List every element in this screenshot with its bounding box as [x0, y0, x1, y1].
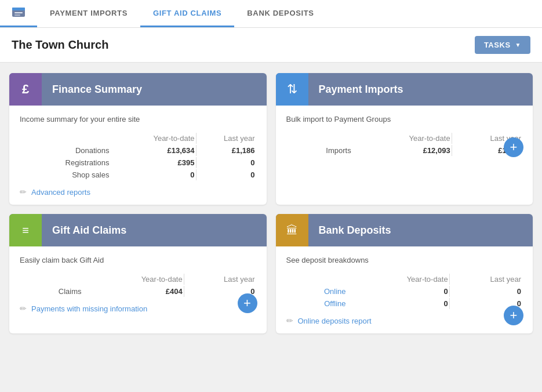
gift-aid-body: Easily claim back Gift Aid Year-to-date … [9, 246, 267, 321]
bank-deposits-title: Bank Deposits [308, 215, 533, 246]
app-logo-icon [10, 5, 27, 21]
payment-imports-body: Bulk import to Payment Groups Year-to-da… [276, 106, 533, 165]
svg-rect-2 [14, 12, 23, 13]
gift-col-ly-header: Last year [184, 274, 255, 285]
bank-col-ly-header: Last year [449, 274, 521, 285]
edit-icon: ✏ [20, 304, 27, 313]
table-row: Donations £13,634 £1,186 [21, 145, 255, 156]
bank-col-ytd-header: Year-to-date [354, 274, 448, 285]
payments-col-ytd-header: Year-to-date [359, 133, 450, 144]
payment-imports-header: ⇅ Payment Imports [276, 73, 533, 106]
svg-rect-3 [14, 14, 20, 16]
table-row: Offline 0 0 [288, 298, 522, 309]
nav-logo [0, 0, 37, 27]
finance-summary-desc: Income summary for your entire site [20, 115, 256, 124]
gift-col-ytd-header: Year-to-date [90, 274, 183, 285]
finance-icon: £ [9, 73, 42, 106]
finance-summary-title: Finance Summary [42, 74, 267, 105]
bank-deposits-card: 🏛 Bank Deposits See deposit breakdowns Y… [276, 214, 533, 333]
online-deposits-report-link[interactable]: ✏ Online deposits report [286, 316, 523, 325]
gift-aid-add-button[interactable]: + [238, 293, 257, 313]
table-row: Online 0 0 [288, 286, 522, 297]
missing-info-link[interactable]: ✏ Payments with missing information [20, 304, 256, 313]
payment-imports-title: Payment Imports [308, 74, 533, 105]
tasks-button[interactable]: TASKS ▼ [475, 36, 530, 54]
table-row: Registrations £395 0 [21, 157, 255, 168]
bank-deposits-desc: See deposit breakdowns [286, 256, 523, 264]
finance-summary-body: Income summary for your entire site Year… [9, 106, 267, 205]
edit-icon: ✏ [286, 316, 293, 325]
table-row: Shop sales 0 0 [21, 169, 255, 180]
org-title: The Town Church [12, 38, 108, 52]
finance-summary-header: £ Finance Summary [9, 73, 267, 106]
gift-aid-icon: ≡ [9, 214, 42, 246]
chevron-down-icon: ▼ [515, 42, 521, 48]
main-content: £ Finance Summary Income summary for you… [0, 63, 542, 344]
finance-col-ytd-header: Year-to-date [117, 133, 194, 144]
gift-aid-header: ≡ Gift Aid Claims [9, 214, 267, 246]
nav-tab-payment-imports[interactable]: PAYMENT IMPORTS [37, 0, 140, 27]
payment-imports-add-button[interactable]: + [504, 137, 523, 157]
top-nav: PAYMENT IMPORTS GIFT AID CLAIMS BANK DEP… [0, 0, 542, 28]
svg-rect-1 [12, 8, 25, 10]
edit-icon: ✏ [20, 187, 27, 197]
header-bar: The Town Church TASKS ▼ [0, 28, 542, 63]
finance-col-ly-header: Last year [196, 133, 255, 144]
bank-deposits-body: See deposit breakdowns Year-to-date Last… [276, 246, 533, 333]
finance-summary-card: £ Finance Summary Income summary for you… [9, 73, 267, 205]
gift-aid-desc: Easily claim back Gift Aid [20, 256, 256, 264]
table-row: Claims £404 0 [21, 286, 255, 297]
nav-tab-bank-deposits[interactable]: BANK DEPOSITS [234, 0, 326, 27]
bank-data-table: Year-to-date Last year Online 0 0 Offlin… [286, 273, 523, 310]
advanced-reports-link[interactable]: ✏ Advanced reports [20, 187, 256, 197]
finance-data-table: Year-to-date Last year Donations £13,634… [20, 132, 256, 182]
payments-icon: ⇅ [276, 73, 308, 106]
payments-data-table: Year-to-date Last year Imports £12,093 £… [286, 132, 523, 157]
bank-deposits-add-button[interactable]: + [504, 306, 523, 325]
payment-imports-desc: Bulk import to Payment Groups [286, 115, 523, 124]
gift-aid-claims-card: ≡ Gift Aid Claims Easily claim back Gift… [9, 214, 267, 333]
table-row: Imports £12,093 £1,036 [288, 145, 522, 156]
gift-aid-title: Gift Aid Claims [42, 215, 267, 246]
nav-tab-gift-aid-claims[interactable]: GIFT AID CLAIMS [140, 0, 234, 27]
gift-aid-data-table: Year-to-date Last year Claims £404 0 [20, 273, 256, 298]
payment-imports-card: ⇅ Payment Imports Bulk import to Payment… [276, 73, 533, 205]
bank-icon: 🏛 [276, 214, 308, 246]
bank-deposits-header: 🏛 Bank Deposits [276, 214, 533, 246]
